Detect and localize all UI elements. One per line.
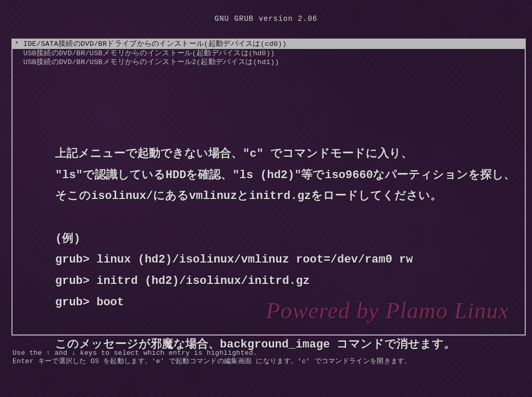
instruction-line: "ls"で認識しているHDDを確認、"ls (hd2)"等でiso9660なパー… (55, 165, 493, 187)
hint-line-1: Use the ↑ and ↓ keys to select which ent… (13, 349, 525, 357)
instruction-line: grub> initrd (hd2)/isolinux/initrd.gz (55, 271, 493, 292)
instruction-line: そこのisolinux/にあるvmlinuzとinitrd.gzをロードしてくだ… (55, 186, 493, 207)
instruction-line: grub> linux (hd2)/isolinux/vmlinuz root=… (55, 250, 493, 271)
boot-menu-box: IDE/SATA接続のDVD/BRドライブからのインストール(起動デバイスは(c… (11, 39, 526, 336)
menu-item-label: IDE/SATA接続のDVD/BRドライブからのインストール(起動デバイスは(c… (23, 40, 287, 48)
grub-header: GNU GRUB version 2.06 (0, 0, 532, 23)
boot-menu-item-1[interactable]: USB接続のDVD/BR/USBメモリからのインストール(起動デバイスは(hd0… (13, 49, 525, 58)
navigation-hints: Use the ↑ and ↓ keys to select which ent… (13, 349, 525, 365)
instruction-line: 上記メニューで起動できない場合、"c" でコマンドモードに入り、 (55, 144, 493, 165)
instruction-line: (例) (55, 229, 493, 250)
hint-line-2: Enter キーで選択した OS を起動します。'e' で起動コマンドの編集画面… (13, 357, 525, 366)
instruction-line (55, 207, 493, 229)
grub-title: GNU GRUB version 2.06 (215, 15, 317, 23)
boot-menu-item-0[interactable]: IDE/SATA接続のDVD/BRドライブからのインストール(起動デバイスは(c… (13, 40, 525, 49)
menu-item-label: USB接続のDVD/BR/USBメモリからのインストール(起動デバイスは(hd0… (23, 49, 275, 57)
powered-by-text: Powered by Plamo Linux (266, 297, 509, 324)
menu-item-label: USB接続のDVD/BR/USBメモリからのインストール2(起動デバイスは(hd… (23, 58, 279, 66)
boot-menu-item-2[interactable]: USB接続のDVD/BR/USBメモリからのインストール2(起動デバイスは(hd… (13, 58, 525, 67)
